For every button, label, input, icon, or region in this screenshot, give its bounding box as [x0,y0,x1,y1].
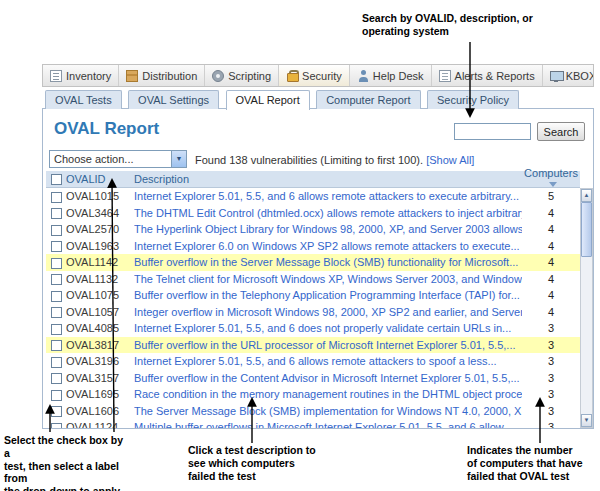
computers-cell: 3 [522,339,580,351]
row-checkbox[interactable] [51,423,62,428]
main-nav: Inventory Distribution Scripting Securit… [42,64,594,87]
ovalid-cell: OVAL4085 [66,322,134,334]
table-row: OVAL1132 The Telnet client for Microsoft… [46,271,580,288]
description-link[interactable]: Buffer overflow in the Server Message Bl… [134,256,522,268]
ovalid-cell: OVAL3157 [66,372,134,384]
sub-tab-oval-settings[interactable]: OVAL Settings [128,90,219,109]
computers-cell: 3 [522,388,580,400]
choose-action-dropdown[interactable]: Choose action... ▼ [49,150,187,168]
computers-cell: 4 [522,289,580,301]
nav-tab-scripting[interactable]: Scripting [205,65,279,86]
computers-cell: 4 [522,240,580,252]
content-panel: OVAL Report Search Choose action... ▼ Fo… [42,108,594,429]
description-link[interactable]: Integer overflow in Microsoft Windows 98… [134,306,522,318]
table-row: OVAL1124 Multiple buffer overflows in Mi… [46,419,580,428]
table-row: OVAL3464 The DHTML Edit Control (dhtmled… [46,205,580,222]
annotation-checkbox: Select the check box by a test, then sel… [4,434,130,491]
row-checkbox[interactable] [51,406,62,417]
row-checkbox[interactable] [51,241,62,252]
ovalid-cell: OVAL1132 [66,273,134,285]
nav-tab-kbox-settings[interactable]: KBOX Settings [543,65,594,86]
computers-cell: 4 [522,256,580,268]
select-all-checkbox[interactable] [51,174,62,185]
description-link[interactable]: Buffer overflow in the URL processor of … [134,339,522,351]
kbox-admin-window: Inventory Distribution Scripting Securit… [42,64,594,429]
ovalid-cell: OVAL1606 [66,405,134,417]
computers-cell: 4 [522,273,580,285]
table-header: OVALID Description Computers [46,171,580,188]
nav-tab-alerts-reports[interactable]: Alerts & Reports [432,65,543,86]
table-row: OVAL1963 Internet Explorer 6.0 on Window… [46,238,580,255]
table-scrollbar[interactable]: ▲ ▼ [580,188,593,428]
description-link[interactable]: Race condition in the memory management … [134,388,522,400]
computers-cell: 3 [522,405,580,417]
description-link[interactable]: The Hyperlink Object Library for Windows… [134,223,522,235]
computers-cell: 4 [522,306,580,318]
sub-tab-computer-report[interactable]: Computer Report [316,90,420,109]
description-link[interactable]: The DHTML Edit Control (dhtmled.ocx) all… [134,207,522,219]
ovalid-cell: OVAL1075 [66,289,134,301]
results-count: Found 138 vulnerabilities (Limiting to f… [195,154,474,166]
description-link[interactable]: Internet Explorer 5.01, 5.5, and 6 allow… [134,190,522,202]
table-row: OVAL3817 Buffer overflow in the URL proc… [46,337,580,354]
sub-tab-security-policy[interactable]: Security Policy [427,90,519,109]
search-input[interactable] [454,123,531,140]
row-checkbox[interactable] [51,373,62,384]
description-link[interactable]: Internet Explorer 5.01, 5.5, and 6 does … [134,322,522,334]
table-row: OVAL3196 Internet Explorer 5.01, 5.5, an… [46,353,580,370]
ovalid-cell: OVAL3817 [66,339,134,351]
search-button[interactable]: Search [537,122,585,141]
scripting-icon [212,70,224,82]
table-row: OVAL1057 Integer overflow in Microsoft W… [46,304,580,321]
computers-cell: 4 [522,223,580,235]
description-link[interactable]: Buffer overflow in the Telephony Applica… [134,289,522,301]
row-checkbox[interactable] [51,274,62,285]
sub-tab-oval-report[interactable]: OVAL Report [226,90,310,110]
ovalid-cell: OVAL1015 [66,190,134,202]
scroll-down-arrow[interactable]: ▼ [581,414,592,427]
description-link[interactable]: Multiple buffer overflows in Microsoft I… [134,421,522,428]
inventory-icon [50,70,62,82]
row-checkbox[interactable] [51,357,62,368]
description-link[interactable]: The Telnet client for Microsoft Windows … [134,273,522,285]
row-checkbox[interactable] [51,225,62,236]
security-icon [286,70,298,82]
scroll-track[interactable] [581,202,592,414]
distribution-icon [126,70,138,82]
computers-cell: 3 [522,355,580,367]
row-checkbox[interactable] [51,208,62,219]
computers-cell: 3 [522,322,580,334]
computers-cell: 5 [522,190,580,202]
page-title: OVAL Report [54,119,159,139]
nav-tab-distribution[interactable]: Distribution [119,65,205,86]
scroll-up-arrow[interactable]: ▲ [581,189,592,202]
description-link[interactable]: The Server Message Block (SMB) implement… [134,405,522,417]
description-link[interactable]: Internet Explorer 6.0 on Windows XP SP2 … [134,240,522,252]
ovalid-cell: OVAL1695 [66,388,134,400]
scroll-thumb[interactable] [581,202,592,257]
description-link[interactable]: Buffer overflow in the Content Advisor i… [134,372,522,384]
row-checkbox[interactable] [51,258,62,269]
row-checkbox[interactable] [51,291,62,302]
row-checkbox[interactable] [51,324,62,335]
description-link[interactable]: Internet Explorer 5.01, 5.5, and 6 allow… [134,355,522,367]
screenshot-canvas: Search by OVALID, description, or operat… [0,0,600,491]
column-header-ovalid[interactable]: OVALID [66,173,134,185]
row-checkbox[interactable] [51,307,62,318]
ovalid-cell: OVAL1142 [66,256,134,268]
table-body: OVAL1015 Internet Explorer 5.01, 5.5, an… [46,188,580,428]
show-all-link[interactable]: [Show All] [426,154,474,166]
row-checkbox[interactable] [51,340,62,351]
ovalid-cell: OVAL1057 [66,306,134,318]
table-row: OVAL1015 Internet Explorer 5.01, 5.5, an… [46,188,580,205]
nav-tab-security[interactable]: Security [279,65,350,86]
row-checkbox[interactable] [51,192,62,203]
dropdown-arrow-icon: ▼ [171,151,186,167]
ovalid-cell: OVAL1963 [66,240,134,252]
row-checkbox[interactable] [51,390,62,401]
sub-tab-oval-tests[interactable]: OVAL Tests [45,90,122,109]
column-header-description[interactable]: Description [134,173,522,185]
table-row: OVAL3157 Buffer overflow in the Content … [46,370,580,387]
nav-tab-inventory[interactable]: Inventory [43,65,119,86]
nav-tab-help-desk[interactable]: Help Desk [350,65,432,86]
